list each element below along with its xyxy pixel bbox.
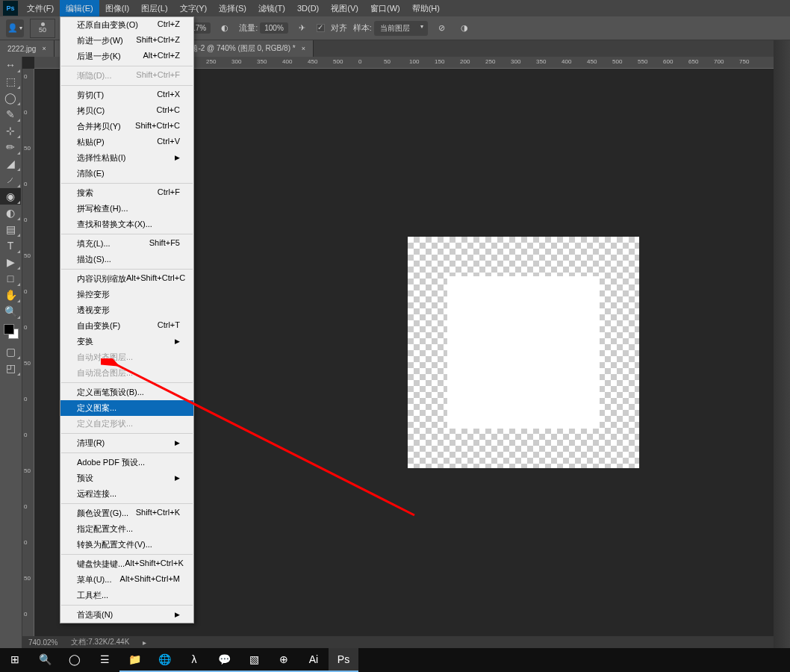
- menu-item: 自动混合图层...: [60, 365, 193, 381]
- menu-帮助(H)[interactable]: 帮助(H): [406, 0, 446, 17]
- menu-item[interactable]: 选择性粘贴(I)▶: [60, 150, 193, 166]
- menu-item[interactable]: 描边(S)...: [60, 252, 193, 267]
- close-icon[interactable]: ×: [42, 45, 46, 52]
- menu-item[interactable]: 首选项(N)▶: [60, 607, 193, 623]
- menu-滤镜(T)[interactable]: 滤镜(T): [252, 0, 291, 17]
- menu-item[interactable]: 前进一步(W)Shift+Ctrl+Z: [60, 33, 193, 49]
- tool-7[interactable]: ⟋: [0, 172, 21, 188]
- menu-item[interactable]: 定义图案...: [60, 400, 193, 416]
- menu-item[interactable]: 自由变换(F)Ctrl+T: [60, 318, 193, 334]
- menu-item: 渐隐(D)...Shift+Ctrl+F: [60, 68, 193, 84]
- menu-图像(I)[interactable]: 图像(I): [99, 0, 135, 17]
- doc-size[interactable]: 文档:7.32K/2.44K: [71, 637, 129, 647]
- menu-窗口(W)[interactable]: 窗口(W): [364, 0, 406, 17]
- menu-item[interactable]: 内容识别缩放Alt+Shift+Ctrl+C: [60, 271, 193, 287]
- aligned-checkbox[interactable]: [317, 24, 325, 32]
- menu-文件(F)[interactable]: 文件(F): [21, 0, 60, 17]
- menu-item[interactable]: 粘贴(P)Ctrl+V: [60, 134, 193, 150]
- taskbar-app3[interactable]: ⊕: [269, 648, 299, 672]
- taskbar-app1[interactable]: λ: [179, 648, 209, 672]
- menu-item[interactable]: 操控变形: [60, 287, 193, 302]
- menu-item[interactable]: 预设▶: [60, 470, 193, 486]
- taskbar-search[interactable]: 🔍: [30, 648, 60, 672]
- tool-preset-picker[interactable]: 👤▾: [6, 19, 24, 37]
- document-content: [447, 276, 600, 429]
- menu-item[interactable]: 拼写检查(H)...: [60, 201, 193, 217]
- tool-1[interactable]: ⬚: [0, 73, 21, 90]
- menu-item[interactable]: Adobe PDF 预设...: [60, 455, 193, 470]
- pressure-opacity-icon[interactable]: ◐: [217, 20, 233, 37]
- panels-strip[interactable]: [774, 40, 790, 648]
- menu-3D(D)[interactable]: 3D(D): [291, 1, 325, 16]
- screenmode-icon[interactable]: ◰: [0, 360, 21, 376]
- zoom-level[interactable]: 740.02%: [28, 638, 57, 647]
- menu-item[interactable]: 远程连接...: [60, 486, 193, 502]
- taskbar-app2[interactable]: ▧: [239, 648, 269, 672]
- taskbar-wechat[interactable]: 💬: [209, 648, 239, 672]
- menu-item[interactable]: 还原自由变换(O)Ctrl+Z: [60, 17, 193, 33]
- taskbar-photoshop[interactable]: Ps: [329, 648, 358, 672]
- menu-item[interactable]: 透视变形: [60, 302, 193, 318]
- flow-value[interactable]: 100%: [260, 22, 288, 34]
- menu-文字(Y)[interactable]: 文字(Y): [174, 0, 214, 17]
- quickmask-icon[interactable]: ▢: [0, 343, 21, 360]
- tool-9[interactable]: ◐: [0, 205, 21, 221]
- taskbar-browser[interactable]: 🌐: [149, 648, 179, 672]
- tool-0[interactable]: ↔: [0, 57, 21, 73]
- tool-8[interactable]: ◉: [0, 188, 21, 205]
- ps-app-icon: Ps: [3, 1, 18, 16]
- sample-dropdown[interactable]: 当前图层: [374, 21, 428, 36]
- taskbar-start[interactable]: ⊞: [0, 648, 30, 672]
- status-arrow-icon[interactable]: ▸: [143, 638, 146, 647]
- tool-3[interactable]: ✎: [0, 106, 21, 122]
- tool-5[interactable]: ✏: [0, 139, 21, 155]
- menu-item[interactable]: 定义画笔预设(B)...: [60, 385, 193, 400]
- transparency-checker: [408, 237, 639, 468]
- menu-item[interactable]: 菜单(U)...Alt+Shift+Ctrl+M: [60, 572, 193, 588]
- menu-item[interactable]: 转换为配置文件(V)...: [60, 537, 193, 553]
- menu-视图(V)[interactable]: 视图(V): [325, 0, 364, 17]
- tool-4[interactable]: ⊹: [0, 122, 21, 139]
- menu-item[interactable]: 键盘快捷键...Alt+Shift+Ctrl+K: [60, 556, 193, 572]
- taskbar-taskview[interactable]: ☰: [90, 648, 119, 672]
- edit-menu-dropdown[interactable]: 还原自由变换(O)Ctrl+Z前进一步(W)Shift+Ctrl+Z后退一步(K…: [60, 16, 194, 623]
- menu-图层(L)[interactable]: 图层(L): [135, 0, 173, 17]
- doc-tab[interactable]: 2222.jpg×: [0, 40, 55, 57]
- menu-item[interactable]: 剪切(T)Ctrl+X: [60, 87, 193, 103]
- airbrush-icon[interactable]: ✈: [294, 20, 311, 37]
- tool-15[interactable]: 🔍: [0, 303, 21, 320]
- menu-item[interactable]: 清除(E): [60, 166, 193, 181]
- menu-item[interactable]: 后退一步(K)Alt+Ctrl+Z: [60, 49, 193, 64]
- menu-item[interactable]: 合并拷贝(Y)Shift+Ctrl+C: [60, 119, 193, 134]
- taskbar-cortana[interactable]: ◯: [60, 648, 90, 672]
- menu-编辑(E)[interactable]: 编辑(E): [60, 0, 99, 17]
- tool-13[interactable]: □: [0, 270, 21, 287]
- taskbar-explorer[interactable]: 📁: [119, 648, 149, 672]
- tool-12[interactable]: ▶: [0, 254, 21, 270]
- menu-item: 自动对齐图层...: [60, 349, 193, 365]
- tool-10[interactable]: ▤: [0, 221, 21, 237]
- menu-item[interactable]: 填充(L)...Shift+F5: [60, 236, 193, 252]
- brush-preview[interactable]: 50: [30, 19, 55, 38]
- status-bar: 740.02% 文档:7.32K/2.44K ▸: [22, 636, 774, 648]
- menu-选择(S)[interactable]: 选择(S): [213, 0, 252, 17]
- menu-item[interactable]: 工具栏...: [60, 588, 193, 603]
- menu-item[interactable]: 变换▶: [60, 334, 193, 349]
- menu-item[interactable]: 拷贝(C)Ctrl+C: [60, 103, 193, 119]
- color-swatch[interactable]: [4, 324, 19, 339]
- menu-item[interactable]: 查找和替换文本(X)...: [60, 217, 193, 232]
- close-icon[interactable]: ×: [302, 45, 305, 52]
- tool-6[interactable]: ◢: [0, 155, 21, 172]
- tool-2[interactable]: ◯: [0, 90, 21, 106]
- ruler-vertical[interactable]: 005000500050005000500: [22, 69, 34, 648]
- flow-label: 流量:: [239, 22, 258, 34]
- menu-item[interactable]: 颜色设置(G)...Shift+Ctrl+K: [60, 505, 193, 521]
- menu-item[interactable]: 指定配置文件...: [60, 521, 193, 537]
- taskbar-illustrator[interactable]: Ai: [299, 648, 329, 672]
- menu-item[interactable]: 搜索Ctrl+F: [60, 185, 193, 201]
- menu-item[interactable]: 清理(R)▶: [60, 435, 193, 451]
- tool-11[interactable]: T: [0, 237, 21, 254]
- tool-14[interactable]: ✋: [0, 287, 21, 303]
- ignore-adjust-icon[interactable]: ⊘: [434, 20, 450, 37]
- pressure-size-icon[interactable]: ◑: [456, 20, 473, 37]
